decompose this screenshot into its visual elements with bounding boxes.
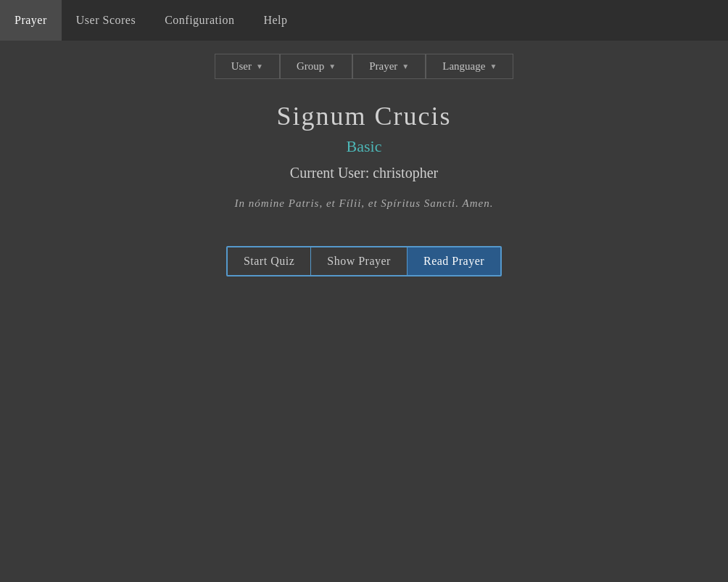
dropdown-toolbar: User ▼ Group ▼ Prayer ▼ Language ▼ [0, 54, 728, 79]
user-dropdown-label: User [231, 60, 252, 73]
show-prayer-button[interactable]: Show Prayer [311, 247, 408, 275]
language-dropdown-label: Language [442, 60, 485, 73]
start-quiz-button[interactable]: Start Quiz [228, 247, 311, 275]
prayer-dropdown[interactable]: Prayer ▼ [352, 54, 426, 79]
nav-item-user-scores[interactable]: User Scores [62, 0, 150, 41]
prayer-text: In nómine Patris, et Fílii, et Spíritus … [235, 197, 494, 210]
prayer-title: Signum Crucis [276, 101, 451, 131]
navbar: Prayer User Scores Configuration Help [0, 0, 728, 41]
action-buttons: Start Quiz Show Prayer Read Prayer [226, 246, 502, 276]
nav-label-user-scores: User Scores [76, 14, 136, 27]
prayer-dropdown-label: Prayer [369, 60, 397, 73]
main-content: Signum Crucis Basic Current User: christ… [0, 79, 728, 276]
prayer-category: Basic [347, 137, 382, 156]
current-user: Current User: christopher [290, 165, 438, 181]
group-dropdown-label: Group [297, 60, 324, 73]
language-dropdown-arrow-icon: ▼ [489, 62, 497, 70]
prayer-dropdown-arrow-icon: ▼ [402, 62, 409, 70]
nav-label-prayer: Prayer [15, 14, 47, 27]
read-prayer-button[interactable]: Read Prayer [408, 247, 500, 275]
nav-label-configuration: Configuration [165, 14, 234, 27]
language-dropdown[interactable]: Language ▼ [426, 54, 513, 79]
nav-item-help[interactable]: Help [249, 0, 302, 41]
nav-item-prayer[interactable]: Prayer [0, 0, 62, 41]
user-dropdown[interactable]: User ▼ [215, 54, 280, 79]
nav-item-configuration[interactable]: Configuration [150, 0, 249, 41]
group-dropdown-arrow-icon: ▼ [328, 62, 336, 70]
group-dropdown[interactable]: Group ▼ [280, 54, 352, 79]
nav-label-help: Help [263, 14, 287, 27]
user-dropdown-arrow-icon: ▼ [256, 62, 263, 70]
